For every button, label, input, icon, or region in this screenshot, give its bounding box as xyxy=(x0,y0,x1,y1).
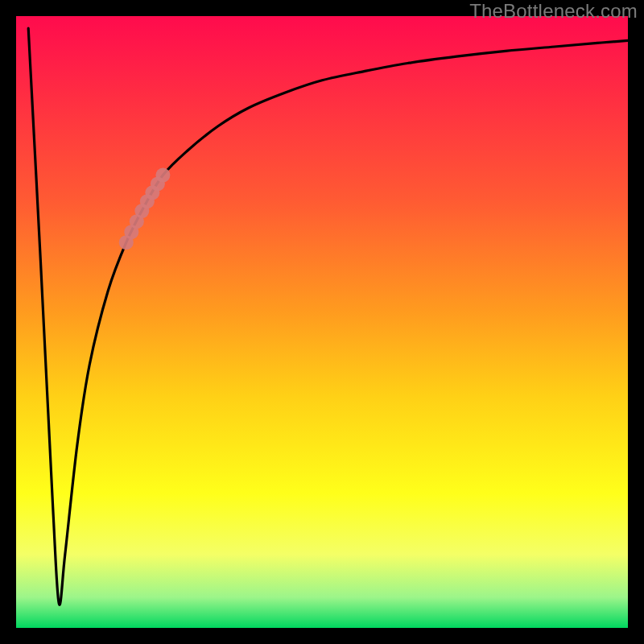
highlight-dot xyxy=(155,168,170,183)
bottleneck-curve xyxy=(28,28,628,605)
curve-svg xyxy=(16,16,628,628)
highlight-segment xyxy=(119,168,171,250)
attribution-label: TheBottleneck.com xyxy=(469,0,638,23)
chart-stage: TheBottleneck.com xyxy=(0,0,644,644)
plot-area xyxy=(16,16,628,628)
